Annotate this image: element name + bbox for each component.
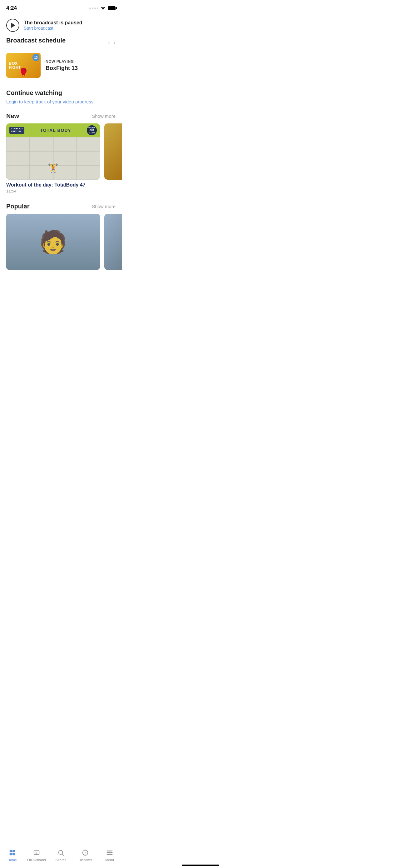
new-show-more-button[interactable]: Show more	[92, 114, 115, 119]
video-thumb-totalbody: CLUBJOYVIRTUAL TOTAL BODY WORKOUT07:09	[6, 123, 100, 180]
grid-cell	[77, 165, 100, 180]
popular-thumb-partial	[104, 214, 122, 270]
start-broadcast-link[interactable]: Start broadcast	[24, 26, 82, 31]
status-time: 4:24	[6, 5, 17, 11]
play-triangle-icon	[11, 23, 15, 28]
broadcast-banner[interactable]: The broadcast is paused Start broadcast	[0, 14, 122, 37]
episode-badge: 13	[32, 54, 39, 61]
login-link[interactable]: Login	[6, 99, 18, 104]
video-thumb-fitsnacks: 🧑 FIT SNACKS TV	[6, 214, 100, 270]
video-thumb-partial	[104, 123, 122, 180]
continue-watching-title: Continue watching	[6, 89, 115, 97]
wifi-icon	[100, 6, 106, 10]
grid-cell	[77, 152, 100, 165]
totalbody-banner: CLUBJOYVIRTUAL TOTAL BODY WORKOUT07:09	[6, 123, 100, 137]
play-button[interactable]	[6, 19, 20, 32]
divider-1	[0, 84, 122, 84]
popular-videos-row: 🧑 FIT SNACKS TV	[0, 214, 122, 274]
broadcast-text: The broadcast is paused Start broadcast	[24, 20, 82, 31]
popular-thumb-visual: 🧑 FIT SNACKS TV	[6, 214, 100, 270]
gym-bg: 🧑	[6, 214, 100, 270]
totalbody-text: TOTAL BODY	[40, 128, 71, 133]
clubjoy-logo: CLUBJOYVIRTUAL	[9, 127, 24, 134]
grid-cell	[6, 165, 29, 180]
figure-icon: 🥊	[19, 68, 28, 76]
status-icons	[89, 6, 115, 10]
new-videos-row: CLUBJOYVIRTUAL TOTAL BODY WORKOUT07:09	[0, 123, 122, 195]
schedule-header: Broadcast schedule ‹ ›	[6, 37, 115, 49]
popular-section-title: Popular	[6, 203, 29, 210]
signal-icon	[89, 7, 98, 9]
battery-icon	[108, 6, 115, 10]
schedule-prev-button[interactable]: ‹	[108, 39, 110, 46]
now-playing-row[interactable]: BOX FIGHT 13 🥊 NOW PLAYING BoxFight 13	[6, 53, 115, 78]
popular-section-header: Popular Show more	[0, 200, 122, 214]
grid-cell	[54, 137, 76, 151]
continue-watching-section: Continue watching Login to keep track of…	[0, 86, 122, 110]
video-card-partial[interactable]	[104, 123, 122, 193]
continue-watching-text: to keep track of your video progress	[18, 99, 94, 104]
workout-time-badge: WORKOUT07:09	[87, 125, 97, 135]
grid-cell	[77, 137, 100, 151]
video-card-totalbody[interactable]: CLUBJOYVIRTUAL TOTAL BODY WORKOUT07:09	[6, 123, 100, 193]
video-duration-totalbody: 11:54	[6, 189, 100, 193]
grid-cell	[6, 152, 29, 165]
status-bar: 4:24	[0, 0, 122, 14]
broadcast-paused-title: The broadcast is paused	[24, 20, 82, 26]
new-section-title: New	[6, 113, 19, 120]
person-icon: 🧑	[39, 229, 67, 255]
popular-show-more-button[interactable]: Show more	[92, 204, 115, 209]
video-card-fitsnacks[interactable]: 🧑 FIT SNACKS TV	[6, 214, 100, 273]
pushup-figure-icon: 🏋️	[48, 163, 59, 174]
now-playing-label: NOW PLAYING	[45, 59, 78, 64]
schedule-nav: ‹ ›	[108, 39, 115, 46]
grid-cell	[6, 137, 29, 151]
totalbody-visual: CLUBJOYVIRTUAL TOTAL BODY WORKOUT07:09	[6, 123, 100, 180]
clubjoy-text: CLUBJOYVIRTUAL	[11, 127, 23, 133]
grid-cell	[30, 137, 53, 151]
now-playing-thumbnail: BOX FIGHT 13 🥊	[6, 53, 41, 78]
broadcast-schedule-title: Broadcast schedule	[6, 37, 66, 44]
schedule-next-button[interactable]: ›	[114, 39, 115, 46]
new-section-header: New Show more	[0, 110, 122, 123]
video-title-totalbody: Workout of the day: TotalBody 47	[6, 182, 100, 188]
now-playing-info: NOW PLAYING BoxFight 13	[45, 59, 78, 71]
popular-card-partial[interactable]	[104, 214, 122, 273]
broadcast-schedule-section: Broadcast schedule ‹ › BOX FIGHT 13 🥊 NO…	[0, 37, 122, 83]
clubjoy-box: CLUBJOYVIRTUAL	[9, 127, 24, 134]
now-playing-name: BoxFight 13	[45, 65, 78, 71]
continue-watching-subtitle: Login to keep track of your video progre…	[6, 99, 115, 104]
